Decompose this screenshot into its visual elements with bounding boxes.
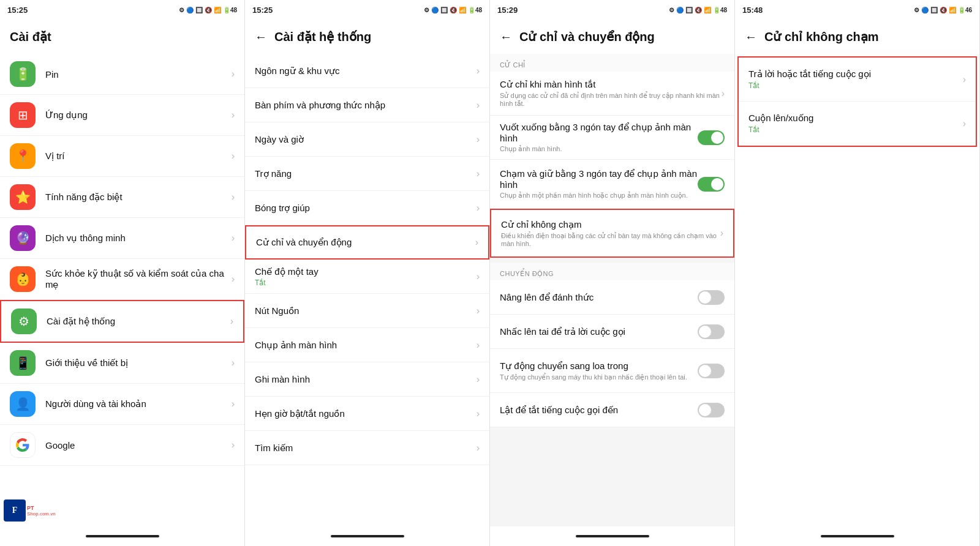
- menu-item-tronang[interactable]: Trợ năng ›: [245, 157, 489, 191]
- panel-air-gestures: 15:48 ⚙ 🔵 🔲 🔇 📶 🔋46 ← Cử chỉ không chạm …: [735, 0, 980, 546]
- nhaclentai-toggle[interactable]: [698, 324, 725, 339]
- menu-item-nutnguon[interactable]: Nút Nguồn ›: [245, 294, 489, 328]
- menu-item-chamgiu[interactable]: Chạm và giữ bằng 3 ngón tay để chụp ảnh …: [490, 160, 734, 209]
- pin-chevron: ›: [232, 69, 235, 80]
- menu-item-cuchimh[interactable]: Cử chỉ khi màn hình tắt Sử dụng các cử c…: [490, 72, 734, 116]
- panel2-header: ← Cài đặt hệ thống: [245, 20, 489, 54]
- pin-label: Pin: [45, 69, 232, 80]
- google-icon: [10, 432, 36, 458]
- nguoidung-icon: 👤: [10, 391, 36, 417]
- tinhnang-icon: ⭐: [10, 184, 36, 210]
- panel2-menu-list: Ngôn ngữ & khu vực › Bàn phím và phương …: [245, 54, 489, 526]
- group-cuchi: Cử chỉ khi màn hình tắt Sử dụng các cử c…: [490, 72, 734, 258]
- time-3: 15:29: [497, 6, 518, 15]
- menu-item-vuotxuong[interactable]: Vuốt xuống bằng 3 ngón tay để chụp ảnh m…: [490, 116, 734, 160]
- cuon-subtitle: Tắt: [748, 125, 963, 134]
- tudongchuyen-title: Tự động chuyển sang loa trong: [500, 361, 698, 372]
- menu-item-gioithieu[interactable]: 📱 Giới thiệu về thiết bị ›: [0, 343, 244, 384]
- banphim-chevron: ›: [477, 100, 480, 111]
- menu-item-google[interactable]: Google ›: [0, 425, 244, 466]
- menu-item-hengio[interactable]: Hẹn giờ bật/tắt nguồn ›: [245, 397, 489, 431]
- menu-item-tudongchuyen[interactable]: Tự động chuyển sang loa trong Tự động ch…: [490, 349, 734, 393]
- section-movement: CHUYỂN ĐỘNG: [490, 263, 734, 280]
- vuotxuong-toggle[interactable]: [698, 130, 725, 145]
- menu-item-bongtro[interactable]: Bóng trợ giúp ›: [245, 191, 489, 225]
- chedomottay-label: Chế độ một tay: [255, 266, 477, 277]
- ngaygio-chevron: ›: [477, 134, 480, 145]
- status-bar-4: 15:48 ⚙ 🔵 🔲 🔇 📶 🔋46: [735, 0, 979, 20]
- vuotxuong-subtitle: Chụp ảnh màn hình.: [500, 145, 698, 153]
- nanglen-toggle[interactable]: [698, 290, 725, 305]
- panel4-header: ← Cử chỉ không chạm: [735, 20, 979, 54]
- gioithieu-chevron: ›: [232, 357, 235, 368]
- panel2-title: Cài đặt hệ thống: [274, 29, 371, 44]
- cuchikc-title: Cử chỉ không chạm: [501, 219, 720, 230]
- menu-item-nanglen[interactable]: Nâng lên để đánh thức: [490, 280, 734, 315]
- tudongchuyen-toggle[interactable]: [698, 364, 725, 378]
- cuchimh-subtitle: Sử dụng các cử chỉ đã chỉ định trên màn …: [500, 92, 722, 108]
- menu-item-chupanh[interactable]: Chụp ảnh màn hình ›: [245, 328, 489, 362]
- status-bar-3: 15:29 ⚙ 🔵 🔲 🔇 📶 🔋48: [490, 0, 734, 20]
- menu-item-pin[interactable]: 🔋 Pin ›: [0, 54, 244, 95]
- menu-item-cuchikc[interactable]: Cử chỉ không chạm Điều khiển điện thoại …: [490, 209, 734, 258]
- status-bar-1: 15:25 ⚙ 🔵 🔲 🔇 📶 🔋48: [0, 0, 244, 20]
- home-indicator-3: [576, 535, 649, 537]
- menu-item-timkiem[interactable]: Tìm kiếm ›: [245, 431, 489, 465]
- timkiem-chevron: ›: [477, 443, 480, 454]
- latde-title: Lật để tắt tiếng cuộc gọi đến: [500, 405, 698, 416]
- menu-item-ghimanh[interactable]: Ghi màn hình ›: [245, 362, 489, 397]
- gioithieu-label: Giới thiệu về thiết bị: [45, 357, 232, 368]
- menu-item-chedomottay[interactable]: Chế độ một tay Tắt ›: [245, 260, 489, 294]
- cuchikc-subtitle: Điều khiển điện thoại bằng các cử chỉ bà…: [501, 232, 720, 247]
- panel3-back-button[interactable]: ←: [500, 30, 512, 44]
- status-icons-1: ⚙ 🔵 🔲 🔇 📶 🔋48: [179, 7, 237, 13]
- menu-item-suckhoe[interactable]: 👶 Sức khỏe kỹ thuật số và kiểm soát của …: [0, 259, 244, 300]
- suckhoe-icon: 👶: [10, 266, 36, 292]
- panel2-back-button[interactable]: ←: [255, 30, 267, 44]
- panel3-header: ← Cử chỉ và chuyển động: [490, 20, 734, 54]
- timkiem-label: Tìm kiếm: [255, 443, 477, 454]
- time-4: 15:48: [742, 6, 763, 15]
- traloi-subtitle: Tắt: [748, 81, 963, 90]
- chedomottay-chevron: ›: [477, 271, 480, 282]
- menu-item-latde[interactable]: Lật để tắt tiếng cuộc gọi đến: [490, 393, 734, 427]
- menu-item-nguoidung[interactable]: 👤 Người dùng và tài khoản ›: [0, 384, 244, 425]
- menu-item-nhaclentai[interactable]: Nhấc lên tai để trả lời cuộc gọi: [490, 315, 734, 349]
- status-icons-4: ⚙ 🔵 🔲 🔇 📶 🔋46: [914, 7, 972, 13]
- menu-item-ungdung[interactable]: ⊞ Ứng dụng ›: [0, 95, 244, 136]
- status-icons-3: ⚙ 🔵 🔲 🔇 📶 🔋48: [669, 7, 727, 13]
- cuchimh-chevron: ›: [722, 88, 725, 99]
- home-indicator-2: [331, 535, 404, 537]
- vitri-icon: 📍: [10, 143, 36, 169]
- menu-item-caidathe[interactable]: ⚙ Cài đặt hệ thống ›: [0, 300, 244, 343]
- menu-item-cuchi[interactable]: Cử chỉ và chuyển động ›: [245, 225, 489, 260]
- menu-item-banphim[interactable]: Bàn phím và phương thức nhập ›: [245, 88, 489, 122]
- caidathe-label: Cài đặt hệ thống: [47, 316, 230, 327]
- vitri-chevron: ›: [232, 151, 235, 162]
- tinhnang-chevron: ›: [232, 192, 235, 203]
- chamgiu-toggle[interactable]: [698, 177, 725, 192]
- latde-toggle[interactable]: [698, 403, 725, 417]
- panel-system-settings: 15:25 ⚙ 🔵 🔲 🔇 📶 🔋48 ← Cài đặt hệ thống N…: [245, 0, 490, 546]
- vitri-label: Vị trí: [45, 151, 232, 162]
- nutnguon-label: Nút Nguồn: [255, 305, 477, 316]
- menu-item-ngaygio[interactable]: Ngày và giờ ›: [245, 122, 489, 157]
- pin-icon: 🔋: [10, 61, 36, 87]
- home-indicator-4: [821, 535, 894, 537]
- menu-item-ngonngu[interactable]: Ngôn ngữ & khu vực ›: [245, 54, 489, 88]
- ngonngu-chevron: ›: [477, 65, 480, 77]
- bongtro-chevron: ›: [477, 203, 480, 214]
- panel4-back-button[interactable]: ←: [745, 30, 757, 44]
- menu-item-vitri[interactable]: 📍 Vị trí ›: [0, 136, 244, 177]
- menu-item-dichvu[interactable]: 🔮 Dịch vụ thông minh ›: [0, 218, 244, 259]
- setting-item-cuon[interactable]: Cuộn lên/xuống Tắt ›: [739, 102, 976, 146]
- setting-item-traloi[interactable]: Trả lời hoặc tắt tiếng cuộc gọi Tắt ›: [739, 58, 976, 102]
- menu-item-tinhnang[interactable]: ⭐ Tính năng đặc biệt ›: [0, 177, 244, 218]
- chamgiu-title: Chạm và giữ bằng 3 ngón tay để chụp ảnh …: [500, 168, 698, 190]
- ungdung-icon: ⊞: [10, 102, 36, 128]
- panel3-title: Cử chỉ và chuyển động: [519, 29, 655, 44]
- status-icons-2: ⚙ 🔵 🔲 🔇 📶 🔋48: [424, 7, 482, 13]
- cuchi-chevron: ›: [475, 237, 478, 248]
- cuon-chevron: ›: [963, 118, 966, 129]
- traloi-title: Trả lời hoặc tắt tiếng cuộc gọi: [748, 69, 963, 80]
